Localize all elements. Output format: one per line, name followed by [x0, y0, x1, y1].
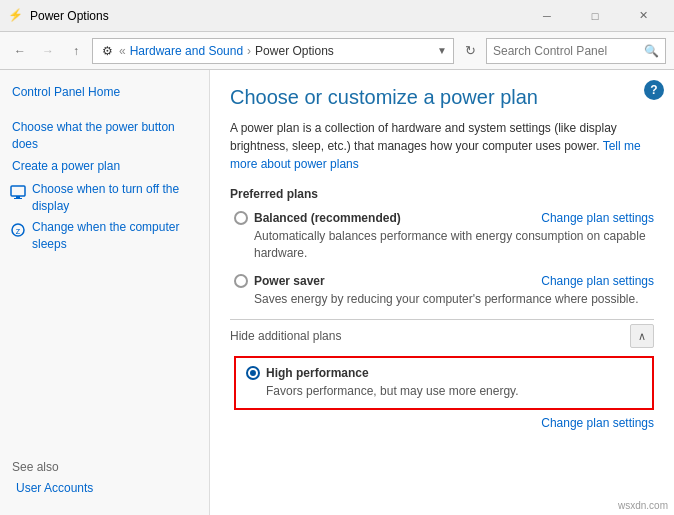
title-controls: ─ □ ✕	[524, 0, 666, 32]
power-saver-plan-item: Power saver Change plan settings Saves e…	[230, 274, 654, 308]
up-button[interactable]: ↑	[64, 39, 88, 63]
balanced-plan-desc: Automatically balances performance with …	[234, 228, 654, 262]
computer-sleeps-icon: z	[8, 220, 28, 240]
path-separator-2: ›	[247, 44, 251, 58]
watermark: wsxdn.com	[618, 500, 668, 511]
collapse-button[interactable]: ∧	[630, 324, 654, 348]
preferred-plans-label: Preferred plans	[230, 187, 654, 201]
see-also-section: See also User Accounts	[8, 456, 201, 503]
high-performance-plan-item: High performance Favors performance, but…	[230, 356, 654, 430]
balanced-change-settings-link[interactable]: Change plan settings	[541, 211, 654, 225]
search-input[interactable]	[493, 44, 640, 58]
sidebar-turn-off-display-link[interactable]: Choose when to turn off the display	[32, 181, 201, 215]
minimize-button[interactable]: ─	[524, 0, 570, 32]
high-perf-plan-desc: Favors performance, but may use more ene…	[246, 383, 642, 400]
title-bar-left: ⚡ Power Options	[8, 8, 109, 24]
sidebar-create-plan-link[interactable]: Create a power plan	[8, 156, 201, 177]
power-saver-plan-header: Power saver Change plan settings	[234, 274, 654, 288]
maximize-button[interactable]: □	[572, 0, 618, 32]
high-performance-highlight-box: High performance Favors performance, but…	[234, 356, 654, 410]
sidebar-home-link[interactable]: Control Panel Home	[8, 82, 201, 103]
balanced-plan-header: Balanced (recommended) Change plan setti…	[234, 211, 654, 225]
content-area: ? Choose or customize a power plan A pow…	[210, 70, 674, 515]
search-icon: 🔍	[644, 44, 659, 58]
high-perf-plan-name: High performance	[266, 366, 369, 380]
power-saver-plan-name: Power saver	[254, 274, 325, 288]
help-icon[interactable]: ?	[644, 80, 664, 100]
forward-button[interactable]: →	[36, 39, 60, 63]
content-title: Choose or customize a power plan	[230, 86, 654, 109]
refresh-button[interactable]: ↻	[458, 39, 482, 63]
address-path[interactable]: ⚙ « Hardware and Sound › Power Options ▼	[92, 38, 454, 64]
see-also-label: See also	[12, 460, 197, 474]
sidebar: Control Panel Home Choose what the power…	[0, 70, 210, 515]
high-perf-radio[interactable]	[246, 366, 260, 380]
content-description: A power plan is a collection of hardware…	[230, 119, 654, 173]
svg-rect-0	[11, 186, 25, 196]
power-saver-radio[interactable]	[234, 274, 248, 288]
svg-rect-2	[14, 198, 22, 199]
path-dropdown-icon[interactable]: ▼	[437, 45, 447, 56]
address-bar: ← → ↑ ⚙ « Hardware and Sound › Power Opt…	[0, 32, 674, 70]
power-saver-change-settings-link[interactable]: Change plan settings	[541, 274, 654, 288]
sidebar-divider	[8, 262, 201, 446]
high-perf-plan-left: High performance	[246, 366, 369, 380]
sidebar-computer-sleeps[interactable]: z Change when the computer sleeps	[8, 219, 201, 253]
svg-text:z: z	[16, 226, 21, 236]
sidebar-user-accounts-link[interactable]: User Accounts	[12, 478, 197, 499]
search-box[interactable]: 🔍	[486, 38, 666, 64]
power-saver-plan-desc: Saves energy by reducing your computer's…	[234, 291, 654, 308]
high-perf-plan-header: High performance	[246, 366, 642, 380]
balanced-radio[interactable]	[234, 211, 248, 225]
additional-plans-separator: Hide additional plans ∧	[230, 319, 654, 348]
sidebar-computer-sleeps-link[interactable]: Change when the computer sleeps	[32, 219, 201, 253]
hide-additional-plans-label: Hide additional plans	[230, 329, 341, 343]
svg-rect-1	[16, 196, 20, 198]
balanced-plan-name: Balanced (recommended)	[254, 211, 401, 225]
sidebar-power-button-link[interactable]: Choose what the power button does	[8, 117, 201, 155]
power-saver-plan-left: Power saver	[234, 274, 325, 288]
path-hardware-sound[interactable]: Hardware and Sound	[130, 44, 243, 58]
title-bar: ⚡ Power Options ─ □ ✕	[0, 0, 674, 32]
sidebar-turn-off-display[interactable]: Choose when to turn off the display	[8, 181, 201, 215]
high-perf-change-settings-link[interactable]: Change plan settings	[541, 416, 654, 430]
window-icon: ⚡	[8, 8, 24, 24]
path-separator-1: «	[119, 44, 126, 58]
path-icon: ⚙	[99, 43, 115, 59]
back-button[interactable]: ←	[8, 39, 32, 63]
turn-off-display-icon	[8, 182, 28, 202]
close-button[interactable]: ✕	[620, 0, 666, 32]
balanced-plan-left: Balanced (recommended)	[234, 211, 401, 225]
main-layout: Control Panel Home Choose what the power…	[0, 70, 674, 515]
path-current: Power Options	[255, 44, 334, 58]
balanced-plan-item: Balanced (recommended) Change plan setti…	[230, 211, 654, 262]
window-title: Power Options	[30, 9, 109, 23]
